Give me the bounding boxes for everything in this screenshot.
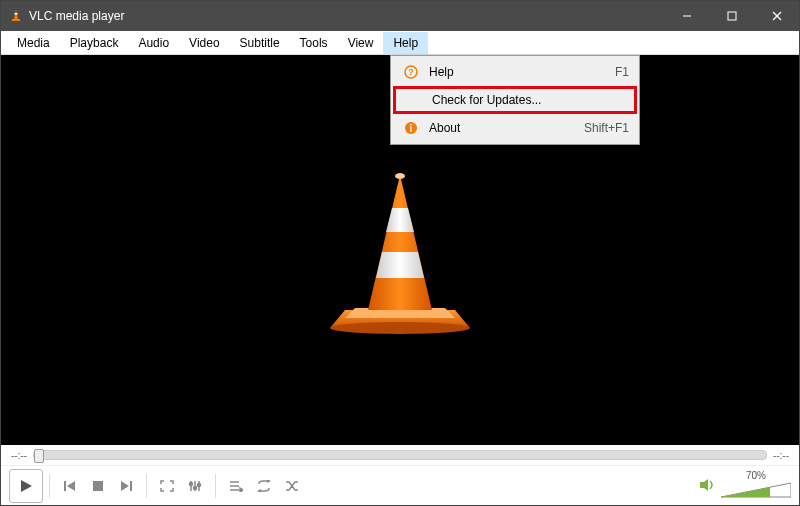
- svg-text:i: i: [410, 123, 413, 134]
- window-title: VLC media player: [29, 9, 124, 23]
- ext-settings-button[interactable]: [181, 472, 209, 500]
- help-item-shortcut: F1: [615, 65, 629, 79]
- help-item-label: Help: [421, 65, 615, 79]
- menu-view[interactable]: View: [338, 32, 384, 54]
- controls: 70%: [1, 465, 799, 505]
- stop-button[interactable]: [84, 472, 112, 500]
- volume-slider[interactable]: [721, 481, 791, 501]
- vlc-window: VLC media player Media Playback Audio Vi…: [0, 0, 800, 506]
- menu-subtitle[interactable]: Subtitle: [230, 32, 290, 54]
- svg-marker-34: [267, 480, 271, 483]
- fullscreen-button[interactable]: [153, 472, 181, 500]
- svg-text:?: ?: [408, 67, 414, 77]
- svg-marker-36: [700, 479, 708, 491]
- svg-point-27: [190, 482, 193, 485]
- menu-help[interactable]: Help: [383, 32, 428, 54]
- time-elapsed: --:--: [11, 450, 27, 461]
- svg-marker-33: [240, 488, 243, 492]
- loop-button[interactable]: [250, 472, 278, 500]
- check-updates-label: Check for Updates...: [424, 93, 626, 107]
- help-item-about[interactable]: i About Shift+F1: [393, 114, 637, 142]
- svg-point-29: [198, 483, 201, 486]
- svg-marker-35: [257, 489, 261, 492]
- svg-point-28: [194, 486, 197, 489]
- help-item-check-updates[interactable]: Check for Updates...: [393, 86, 637, 114]
- minimize-button[interactable]: [664, 1, 709, 31]
- svg-marker-15: [386, 208, 414, 232]
- close-button[interactable]: [754, 1, 799, 31]
- about-label: About: [421, 121, 584, 135]
- volume-area: 70%: [699, 470, 791, 501]
- svg-marker-20: [67, 481, 75, 491]
- seek-track[interactable]: [33, 450, 767, 460]
- shuffle-button[interactable]: [278, 472, 306, 500]
- menu-playback[interactable]: Playback: [60, 32, 129, 54]
- svg-rect-1: [12, 19, 20, 21]
- menu-video[interactable]: Video: [179, 32, 229, 54]
- about-shortcut: Shift+F1: [584, 121, 629, 135]
- info-icon: i: [401, 121, 421, 135]
- svg-rect-2: [15, 13, 18, 15]
- vlc-cone-icon: [9, 9, 23, 23]
- prev-button[interactable]: [56, 472, 84, 500]
- playlist-button[interactable]: [222, 472, 250, 500]
- question-icon: ?: [401, 65, 421, 79]
- menu-audio[interactable]: Audio: [128, 32, 179, 54]
- svg-marker-14: [368, 175, 432, 310]
- volume-percent: 70%: [746, 470, 766, 481]
- play-button[interactable]: [9, 469, 43, 503]
- next-button[interactable]: [112, 472, 140, 500]
- menu-tools[interactable]: Tools: [290, 32, 338, 54]
- svg-marker-22: [121, 481, 129, 491]
- svg-point-17: [395, 173, 405, 179]
- menubar: Media Playback Audio Video Subtitle Tool…: [1, 31, 799, 55]
- maximize-button[interactable]: [709, 1, 754, 31]
- titlebar: VLC media player: [1, 1, 799, 31]
- svg-rect-21: [93, 481, 103, 491]
- vlc-cone-logo: [320, 160, 480, 340]
- svg-marker-16: [376, 252, 424, 278]
- svg-rect-4: [728, 12, 736, 20]
- svg-rect-23: [130, 481, 132, 491]
- menu-media[interactable]: Media: [7, 32, 60, 54]
- svg-point-12: [330, 322, 470, 334]
- time-remaining: --:--: [773, 450, 789, 461]
- help-dropdown: ? Help F1 Check for Updates... i About S…: [390, 55, 640, 145]
- seekbar: --:-- --:--: [1, 445, 799, 465]
- seek-handle[interactable]: [34, 449, 44, 463]
- speaker-icon[interactable]: [699, 478, 717, 494]
- svg-rect-19: [64, 481, 66, 491]
- help-item-help[interactable]: ? Help F1: [393, 58, 637, 86]
- svg-marker-18: [21, 480, 32, 492]
